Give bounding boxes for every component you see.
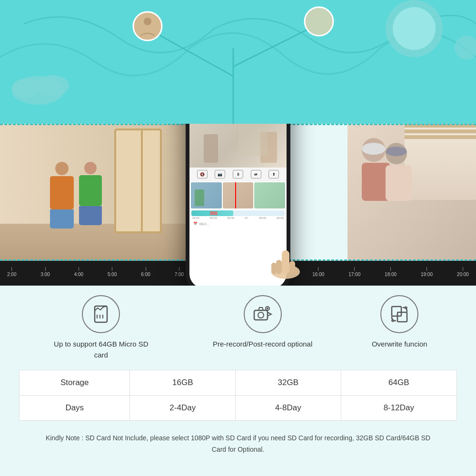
- storage-table: Storage 16GB 32GB 64GB Days 2-4Day 4-8Da…: [19, 370, 457, 421]
- table-header-row: Storage 16GB 32GB 64GB: [20, 370, 457, 396]
- tick-5: 5:00: [108, 272, 117, 277]
- svg-rect-16: [271, 263, 277, 274]
- svg-rect-13: [282, 250, 289, 274]
- feature-overwrite: Overwrite funcion: [372, 295, 427, 350]
- tick-19: 19:00: [421, 272, 433, 277]
- note-text: Kindly Note : SD Card Not Include, pleas…: [38, 433, 438, 456]
- overwrite-icon-circle: [380, 295, 418, 333]
- feature-pre-record: Pre-record/Post-record optional: [213, 295, 312, 350]
- header-32gb: 32GB: [236, 370, 341, 396]
- header-16gb: 16GB: [130, 370, 236, 396]
- tick-3: 3:00: [40, 272, 50, 277]
- right-photo: [347, 124, 476, 262]
- tick-6: 6:00: [141, 272, 150, 277]
- top-banner: [0, 0, 476, 124]
- features-section: Up to support 64GB Micro SD card Pre-rec…: [0, 286, 476, 367]
- left-photo: [0, 124, 190, 262]
- svg-point-11: [144, 18, 151, 25]
- ctrl-share[interactable]: ⬆: [268, 170, 279, 178]
- tick-16: 16:00: [312, 272, 324, 277]
- overwrite-feature-text: Overwrite funcion: [372, 339, 427, 350]
- note-section: Kindly Note : SD Card Not Include, pleas…: [0, 426, 476, 465]
- ctrl-shuffle[interactable]: ⇄: [251, 170, 261, 178]
- cell-val-32: 4-8Day: [236, 396, 341, 421]
- tick-2: 2:00: [7, 272, 16, 277]
- svg-rect-15: [289, 261, 295, 274]
- camera-record-icon: [252, 304, 273, 325]
- cell-days: Days: [20, 396, 130, 421]
- decoration-svg: [0, 0, 476, 124]
- pre-record-feature-text: Pre-record/Post-record optional: [213, 339, 312, 350]
- tick-17: 17:00: [348, 272, 360, 277]
- tick-4: 4:00: [74, 272, 83, 277]
- sd-card-icon: [91, 304, 111, 324]
- sd-card-icon-circle: [82, 295, 120, 333]
- overwrite-icon: [389, 304, 410, 325]
- svg-rect-14: [276, 260, 282, 274]
- svg-line-8: [233, 24, 319, 67]
- header-64gb: 64GB: [341, 370, 456, 396]
- tick-18: 18:00: [385, 272, 397, 277]
- table-data-row: Days 2-4Day 4-8Day 8-12Day: [20, 396, 457, 421]
- sd-card-feature-text: Up to support 64GB Micro SD card: [49, 339, 153, 360]
- feature-sd-card: Up to support 64GB Micro SD card: [49, 295, 153, 360]
- svg-rect-26: [397, 312, 407, 322]
- ctrl-snapshot[interactable]: 📷: [215, 170, 225, 178]
- svg-point-5: [12, 79, 40, 98]
- svg-point-9: [133, 12, 162, 40]
- ctrl-volume[interactable]: 🔇: [197, 170, 208, 178]
- tick-20: 20:00: [457, 272, 469, 277]
- svg-rect-25: [392, 307, 401, 316]
- svg-point-1: [393, 7, 436, 50]
- tick-7: 7:00: [175, 272, 184, 277]
- svg-point-10: [305, 7, 333, 36]
- header-storage: Storage: [20, 370, 130, 396]
- svg-point-4: [36, 75, 69, 96]
- camera-record-icon-circle: [244, 295, 282, 333]
- table-section: Storage 16GB 32GB 64GB Days 2-4Day 4-8Da…: [0, 367, 476, 426]
- photo-strip-section: 11:36 ▌▌▌ ▲ 🔋 ‹ USAFEQLO 📅 📷: [0, 124, 476, 286]
- cell-val-16: 2-4Day: [130, 396, 236, 421]
- svg-point-2: [455, 36, 476, 60]
- ctrl-pause[interactable]: ⏸: [233, 170, 243, 178]
- cell-val-64: 8-12Day: [341, 396, 456, 421]
- svg-point-24: [267, 307, 268, 309]
- finger-pointer: [267, 236, 305, 281]
- svg-point-22: [258, 312, 264, 318]
